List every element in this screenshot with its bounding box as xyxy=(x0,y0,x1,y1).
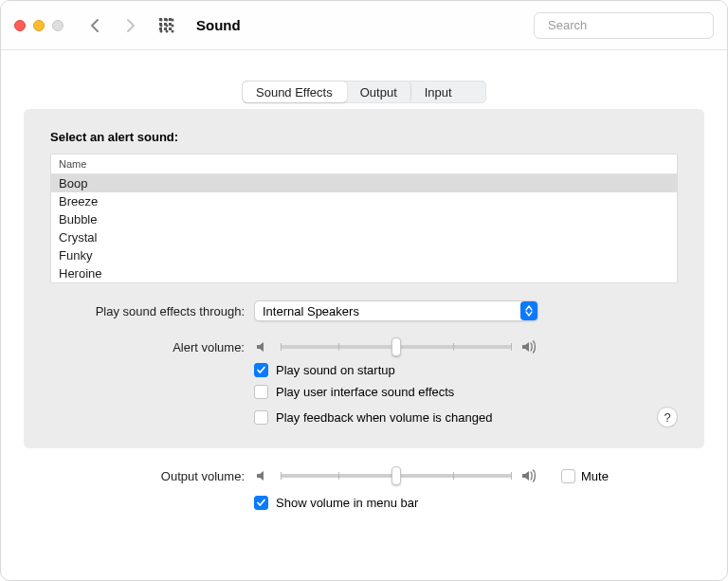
svg-point-13 xyxy=(160,18,163,21)
feedback-label: Play feedback when volume is changed xyxy=(276,410,492,425)
tab-input[interactable]: Input xyxy=(411,82,465,102)
svg-point-21 xyxy=(172,29,174,32)
output-volume-slider[interactable] xyxy=(281,474,512,478)
section-heading: Select an alert sound: xyxy=(50,130,678,144)
show-volume-menubar-checkbox[interactable] xyxy=(254,496,268,510)
close-window[interactable] xyxy=(14,20,26,31)
tab-label: Output xyxy=(360,85,397,100)
svg-point-20 xyxy=(166,29,169,32)
startup-sound-checkbox[interactable] xyxy=(254,363,268,377)
show-volume-menubar-label: Show volume in menu bar xyxy=(276,496,418,510)
svg-point-14 xyxy=(166,18,169,21)
svg-point-19 xyxy=(160,29,163,32)
svg-rect-6 xyxy=(169,23,172,26)
volume-low-icon xyxy=(254,467,271,484)
play-through-label: Play sound effects through: xyxy=(50,304,245,318)
tab-output[interactable]: Output xyxy=(347,82,411,102)
list-item[interactable]: Crystal xyxy=(51,228,677,246)
zoom-window[interactable] xyxy=(52,20,64,31)
page-title: Sound xyxy=(196,17,241,33)
svg-point-18 xyxy=(172,24,174,27)
window-controls xyxy=(14,20,64,31)
list-item[interactable]: Boop xyxy=(51,174,677,192)
list-item[interactable]: Bubble xyxy=(51,210,677,228)
titlebar: Sound xyxy=(1,1,727,50)
minimize-window[interactable] xyxy=(33,20,45,31)
volume-low-icon xyxy=(254,338,271,355)
ui-effects-checkbox[interactable] xyxy=(254,385,268,399)
tab-label: Sound Effects xyxy=(256,85,333,100)
tab-bar: Sound Effects Output Input xyxy=(242,81,486,103)
column-header-name: Name xyxy=(51,154,677,174)
search-input[interactable] xyxy=(548,18,707,32)
alert-volume-slider[interactable] xyxy=(281,345,512,349)
dropdown-value: Internal Speakers xyxy=(263,304,359,318)
svg-rect-2 xyxy=(169,18,172,21)
feedback-checkbox[interactable] xyxy=(254,410,268,425)
play-through-dropdown[interactable]: Internal Speakers xyxy=(254,300,538,321)
tab-label: Input xyxy=(425,85,452,100)
svg-rect-8 xyxy=(164,27,167,30)
sound-effects-panel: Select an alert sound: Name Boop Breeze … xyxy=(24,109,704,448)
forward-button[interactable] xyxy=(117,12,143,39)
search-field[interactable] xyxy=(534,12,714,39)
slider-thumb[interactable] xyxy=(391,466,401,485)
help-button[interactable]: ? xyxy=(657,407,678,427)
volume-high-icon xyxy=(521,338,538,355)
svg-point-15 xyxy=(172,18,174,21)
slider-thumb[interactable] xyxy=(391,337,401,356)
svg-rect-7 xyxy=(159,27,162,30)
alert-sound-list[interactable]: Name Boop Breeze Bubble Crystal Funky He… xyxy=(50,154,678,283)
svg-rect-9 xyxy=(169,27,172,30)
tab-sound-effects[interactable]: Sound Effects xyxy=(243,82,347,102)
volume-high-icon xyxy=(521,467,538,484)
mute-checkbox[interactable] xyxy=(561,469,575,483)
startup-sound-label: Play sound on startup xyxy=(276,363,395,377)
back-button[interactable] xyxy=(82,12,109,39)
list-item[interactable]: Breeze xyxy=(51,192,677,210)
ui-effects-label: Play user interface sound effects xyxy=(276,385,454,399)
show-all-icon[interactable] xyxy=(156,15,177,36)
list-item[interactable]: Funky xyxy=(51,246,677,264)
dropdown-arrows-icon xyxy=(520,301,537,320)
svg-point-17 xyxy=(166,24,169,27)
output-volume-section: Output volume: xyxy=(24,448,704,510)
alert-volume-label: Alert volume: xyxy=(50,340,245,354)
list-item[interactable]: Heroine xyxy=(51,264,677,282)
output-volume-label: Output volume: xyxy=(50,469,245,483)
svg-point-16 xyxy=(160,24,163,27)
mute-label: Mute xyxy=(581,469,609,483)
